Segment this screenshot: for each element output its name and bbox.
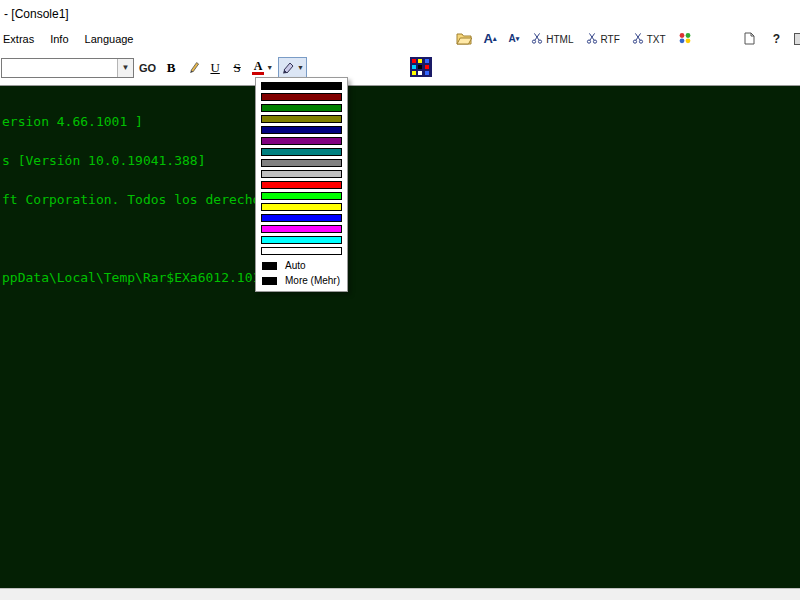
chevron-down-icon[interactable]: ▼ <box>297 64 304 71</box>
scissors-icon <box>586 32 598 46</box>
console-line: ppData\Local\Temp\Rar$EXa6012.1010 <box>2 271 798 284</box>
color-swatch[interactable] <box>261 93 342 101</box>
color-swatch[interactable] <box>261 170 342 178</box>
new-page-button[interactable] <box>740 31 759 48</box>
underline-label: U <box>210 60 219 76</box>
app-window: - [Console1] Extras Info Language A▴ A▾ <box>0 0 800 600</box>
font-increase-icon: A▴ <box>484 33 497 45</box>
font-color-icon: A <box>252 61 264 75</box>
color-swatch[interactable] <box>261 126 342 134</box>
console-line: s [Versión 10.0.19041.388] <box>2 154 798 167</box>
more-color-swatch <box>262 277 277 285</box>
highlighter-pen-icon <box>281 60 295 76</box>
console-line: ft Corporation. Todos los derechos <box>2 193 798 206</box>
underline-button[interactable]: U <box>205 57 225 79</box>
color-swatch[interactable] <box>261 104 342 112</box>
color-more-option[interactable]: More (Mehr) <box>256 273 347 288</box>
font-combobox[interactable]: ▼ <box>1 58 134 78</box>
highlight-color-button[interactable]: ▼ <box>278 57 307 79</box>
console-line <box>2 232 798 245</box>
color-swatch[interactable] <box>261 137 342 145</box>
chevron-down-icon[interactable]: ▼ <box>117 59 133 77</box>
go-label: GO <box>139 62 156 74</box>
copy-html-label: HTML <box>546 34 573 45</box>
font-color-bar <box>252 72 264 75</box>
color-dots-icon <box>678 32 692 46</box>
folder-open-icon <box>456 32 472 47</box>
go-button[interactable]: GO <box>136 57 159 79</box>
font-decrease-button[interactable]: A▾ <box>505 32 524 46</box>
window-tools-group: ? <box>740 31 800 48</box>
console-output[interactable]: ersion 4.66.1001 ] s [Versión 10.0.19041… <box>0 86 800 588</box>
color-swatch[interactable] <box>261 181 342 189</box>
color-swatch[interactable] <box>261 203 342 211</box>
color-settings-button[interactable] <box>674 31 696 47</box>
help-button[interactable]: ? <box>765 31 788 47</box>
bold-button[interactable]: B <box>161 57 181 79</box>
color-swatch[interactable] <box>261 82 342 90</box>
color-swatch[interactable] <box>261 159 342 167</box>
color-swatch[interactable] <box>261 214 342 222</box>
font-color-label: A <box>254 61 263 71</box>
color-swatch[interactable] <box>261 236 342 244</box>
copy-txt-label: TXT <box>647 34 666 45</box>
page-icon <box>744 32 755 47</box>
copy-html-button[interactable]: HTML <box>527 31 577 47</box>
clipped-toolbar-icon[interactable] <box>794 33 800 45</box>
color-picker-popup: Auto More (Mehr) <box>255 77 348 292</box>
scissors-icon <box>632 32 644 46</box>
color-swatch[interactable] <box>261 225 342 233</box>
color-swatch[interactable] <box>261 148 342 156</box>
font-color-button[interactable]: A ▼ <box>249 57 276 79</box>
italic-button[interactable] <box>183 57 203 79</box>
help-icon: ? <box>769 32 784 46</box>
titlebar: - [Console1] <box>0 0 800 28</box>
color-auto-option[interactable]: Auto <box>256 258 347 273</box>
bold-label: B <box>167 60 176 76</box>
auto-color-swatch <box>262 262 277 270</box>
color-swatch[interactable] <box>261 115 342 123</box>
menu-language[interactable]: Language <box>77 31 142 47</box>
auto-color-label: Auto <box>285 260 306 271</box>
status-bar <box>0 588 800 600</box>
menu-extras[interactable]: Extras <box>0 31 42 47</box>
font-increase-button[interactable]: A▴ <box>480 32 501 46</box>
more-color-label: More (Mehr) <box>285 275 340 286</box>
format-toolbar: ▼ GO B U S A ▼ ▼ <box>0 50 800 86</box>
color-swatch[interactable] <box>261 192 342 200</box>
open-file-button[interactable] <box>452 31 476 48</box>
strikethrough-button[interactable]: S <box>227 57 247 79</box>
color-swatch[interactable] <box>261 247 342 255</box>
copy-txt-button[interactable]: TXT <box>628 31 670 47</box>
menu-info[interactable]: Info <box>42 31 76 47</box>
copy-rtf-label: RTF <box>601 34 620 45</box>
window-title: - [Console1] <box>4 7 69 21</box>
scissors-icon <box>531 32 543 46</box>
strikethrough-label: S <box>234 60 241 76</box>
pencil-icon <box>187 60 200 76</box>
console-line: ersion 4.66.1001 ] <box>2 115 798 128</box>
font-decrease-icon: A▾ <box>509 33 520 45</box>
color-matrix-icon <box>410 57 432 79</box>
chevron-down-icon[interactable]: ▼ <box>266 64 273 71</box>
export-toolbar-group: A▴ A▾ HTML RTF TXT <box>452 31 696 48</box>
menubar: Extras Info Language A▴ A▾ HTML <box>0 28 800 50</box>
console-colors-button[interactable] <box>407 57 435 79</box>
copy-rtf-button[interactable]: RTF <box>582 31 624 47</box>
